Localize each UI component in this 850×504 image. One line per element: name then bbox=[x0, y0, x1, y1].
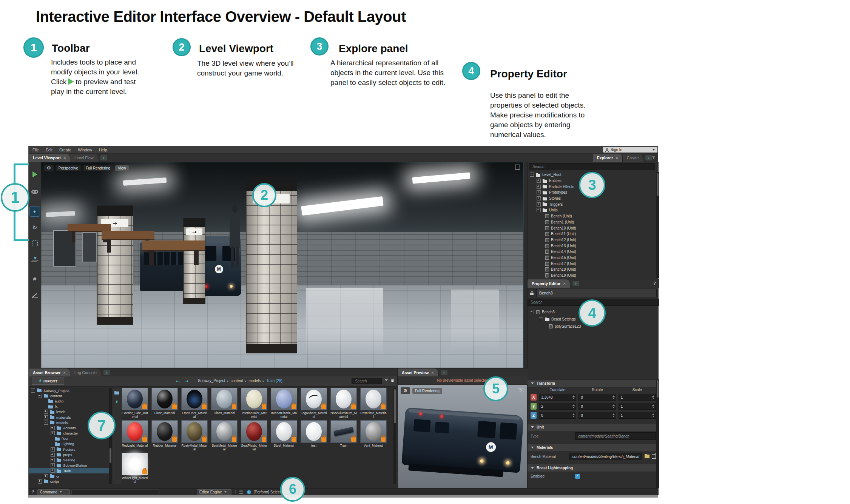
expand-icon[interactable] bbox=[51, 431, 55, 435]
scale-x-input[interactable]: 1 bbox=[619, 394, 656, 401]
tab-explorer[interactable]: Explorer bbox=[593, 154, 623, 162]
expand-icon[interactable] bbox=[44, 474, 48, 478]
asset-tile[interactable]: Steel_Material bbox=[271, 420, 297, 451]
sign-in-button[interactable]: Sign In bbox=[603, 147, 657, 153]
tab-asset-browser[interactable]: Asset Browser bbox=[29, 368, 70, 377]
tree-item-bench10[interactable]: Bench10 (Unit) bbox=[528, 225, 656, 231]
snap-to-ground-button[interactable] bbox=[30, 255, 40, 265]
expand-icon[interactable] bbox=[38, 479, 42, 484]
breadcrumb-project[interactable]: Subway_Project bbox=[198, 379, 225, 383]
rotate-y-input[interactable]: 0 bbox=[578, 403, 616, 410]
command-input[interactable] bbox=[71, 489, 159, 495]
asset-search-input[interactable]: Search bbox=[352, 378, 382, 384]
help-icon[interactable]: ? bbox=[652, 155, 655, 162]
material-path-field[interactable]: content/models/Seating/Bench_Material bbox=[569, 453, 642, 460]
asset-tile[interactable]: RustyMetal_Material bbox=[181, 420, 208, 451]
translate-x-input[interactable]: 3.3648 bbox=[539, 394, 576, 401]
tree-item-bench[interactable]: Bench (Unit) bbox=[528, 213, 656, 219]
tree-item-bench17[interactable]: Bench17 (Unit) bbox=[528, 260, 656, 267]
new-tab-button[interactable] bbox=[645, 155, 652, 160]
tree-item-props[interactable]: props bbox=[29, 452, 109, 457]
expand-icon[interactable] bbox=[51, 426, 55, 430]
scrollbar-thumb[interactable] bbox=[657, 380, 659, 398]
asset-tile[interactable]: WhiteLight_Material bbox=[122, 453, 148, 484]
rotate-x-input[interactable]: 0 bbox=[578, 394, 616, 401]
asset-tile[interactable]: FrontDoor_Material bbox=[181, 388, 208, 419]
tab-asset-preview[interactable]: Asset Preview bbox=[398, 368, 438, 377]
camera-mode-button[interactable]: Perspective bbox=[56, 165, 81, 171]
menu-create[interactable]: Create bbox=[59, 148, 71, 152]
close-icon[interactable] bbox=[63, 156, 66, 160]
tab-create[interactable]: Create bbox=[623, 154, 643, 162]
scale-z-input[interactable]: 1 bbox=[619, 412, 656, 419]
expand-icon[interactable] bbox=[44, 410, 48, 414]
expand-icon[interactable] bbox=[51, 469, 55, 473]
collapse-icon[interactable] bbox=[537, 208, 541, 212]
asset-tile[interactable]: Exterior_Side_Material bbox=[122, 388, 148, 419]
translate-z-input[interactable]: 0 bbox=[539, 412, 576, 419]
lock-icon[interactable] bbox=[530, 293, 534, 295]
translate-y-input[interactable]: 2 bbox=[539, 403, 576, 410]
viewport-settings-button[interactable] bbox=[44, 165, 54, 171]
rotate-z-input[interactable]: 0 bbox=[578, 412, 616, 419]
asset-tile[interactable]: SeatMetal_Material bbox=[211, 420, 238, 451]
spinner-icon[interactable] bbox=[612, 404, 615, 408]
help-icon[interactable]: ? bbox=[653, 281, 656, 288]
tree-item-bench12[interactable]: Bench12 (Unit) bbox=[528, 237, 656, 243]
new-tab-button[interactable] bbox=[100, 155, 107, 160]
tree-item-bench19[interactable]: Bench19 (Unit) bbox=[528, 273, 656, 278]
expand-icon[interactable] bbox=[537, 179, 541, 183]
tree-item-bench15[interactable]: Bench15 (Unit) bbox=[528, 255, 656, 261]
collapse-icon[interactable] bbox=[530, 310, 534, 314]
back-button[interactable]: ← bbox=[176, 378, 180, 384]
scrollbar-thumb[interactable] bbox=[110, 448, 111, 463]
tree-item-train-selected[interactable]: Train bbox=[29, 468, 109, 473]
expand-icon[interactable] bbox=[537, 190, 541, 194]
asset-tile[interactable]: Glass_Material bbox=[211, 388, 238, 419]
collapse-icon[interactable] bbox=[38, 394, 42, 398]
move-tool-button[interactable]: + bbox=[30, 207, 40, 216]
expand-icon[interactable] bbox=[51, 463, 55, 467]
asset-grid-scrollbar[interactable] bbox=[393, 388, 396, 484]
command-dropdown[interactable]: Command bbox=[37, 489, 70, 495]
asset-tile[interactable]: Vent_Material bbox=[360, 420, 387, 451]
view-button[interactable]: View bbox=[115, 165, 129, 171]
spinner-icon[interactable] bbox=[652, 404, 654, 408]
grid-snap-button[interactable]: # bbox=[30, 274, 40, 284]
menu-help[interactable]: Help bbox=[99, 148, 107, 152]
tree-item-bench18[interactable]: Bench18 (Unit) bbox=[528, 267, 656, 273]
spinner-icon[interactable] bbox=[612, 395, 615, 399]
breadcrumb-models[interactable]: models bbox=[248, 379, 261, 383]
spinner-icon[interactable] bbox=[612, 413, 615, 417]
forward-button[interactable]: → bbox=[184, 378, 188, 384]
asset-tile[interactable]: Train bbox=[330, 420, 357, 451]
menu-file[interactable]: File bbox=[32, 148, 39, 152]
tree-item-bench11[interactable]: Bench11 (Unit) bbox=[528, 231, 656, 237]
engine-dropdown[interactable]: Editor Engine bbox=[197, 489, 231, 495]
new-tab-button[interactable] bbox=[103, 370, 110, 375]
asset-tile[interactable]: Floor_Material bbox=[151, 388, 178, 419]
asset-tile[interactable]: LogoSheet_Material bbox=[301, 388, 327, 419]
close-icon[interactable] bbox=[63, 370, 66, 375]
breadcrumb-content[interactable]: content bbox=[231, 379, 243, 383]
close-icon[interactable] bbox=[563, 281, 565, 286]
spinner-icon[interactable] bbox=[572, 404, 575, 408]
breadcrumb-train[interactable]: Train (28) bbox=[266, 379, 282, 383]
tree-item-seating[interactable]: Seating bbox=[29, 457, 109, 462]
section-unit[interactable]: Unit bbox=[528, 423, 659, 431]
tree-item-units[interactable]: Units bbox=[528, 207, 656, 213]
spinner-icon[interactable] bbox=[652, 413, 654, 417]
tab-property-editor[interactable]: Property Editor bbox=[528, 279, 570, 288]
tree-item-script[interactable]: script bbox=[29, 479, 109, 484]
asset-tile[interactable]: PostPlate_Material bbox=[360, 388, 387, 419]
scale-y-input[interactable]: 1 bbox=[619, 403, 656, 410]
tree-item-ui[interactable]: ui bbox=[29, 473, 109, 479]
scrollbar-thumb[interactable] bbox=[394, 389, 396, 423]
enabled-checkbox[interactable] bbox=[575, 474, 580, 479]
spinner-icon[interactable] bbox=[572, 395, 575, 399]
collapse-icon[interactable] bbox=[44, 421, 48, 425]
expand-icon[interactable] bbox=[537, 202, 541, 207]
expand-icon[interactable] bbox=[51, 458, 55, 462]
asset-tile[interactable]: test bbox=[301, 420, 327, 451]
new-tab-button[interactable] bbox=[441, 370, 447, 375]
